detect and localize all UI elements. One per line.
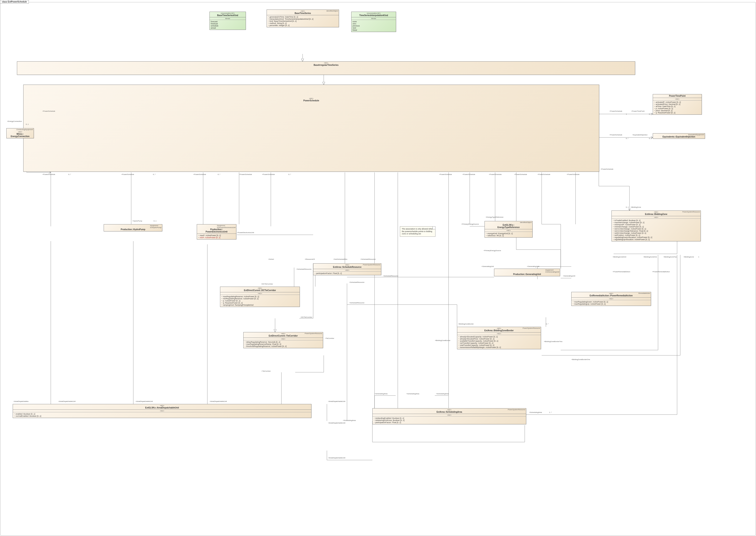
assoc-role: +PowerSchedule <box>42 110 55 112</box>
class-AreaDispatchableUnit[interactable]: «NC» ExtGLSKs::AreaDispatchableUnit «NC»… <box>13 404 311 418</box>
attribute: kind: BaseTimeSeriesKind [0..1] <box>268 20 338 22</box>
assoc-role: +PrimaryEnergySource <box>461 223 479 225</box>
attribute: thresholdRegulatingReserve: ActivePower … <box>245 345 322 347</box>
multiplicity: 0..* <box>289 174 291 175</box>
literal: actual <box>211 27 245 29</box>
attribute: netTransferCapacity: ActivePower [0..1] <box>458 342 540 344</box>
class-PowerTimePoint[interactable]: PowerTimePoint «NC» activatedP: ActivePo… <box>653 94 702 115</box>
assoc-role: +TieCorridor <box>261 370 271 372</box>
attribute: isMeteringGridArea: Boolean [0..1] <box>374 419 525 421</box>
attr-section: «NC» <box>373 414 526 417</box>
attribute: netDCInterchange: ActivePower [0..1] <box>613 232 700 234</box>
multiplicity: 0..* <box>649 113 651 115</box>
class-GeneratingUnit[interactable]: Equipment ExtGeneratingUnit Production::… <box>494 269 560 276</box>
class-name: BaseTimeSeries <box>268 12 338 15</box>
assoc-role: +GeneratingUnit <box>481 265 494 267</box>
assoc-role: +BiddingZoneBorderTwo <box>544 341 563 343</box>
assoc-role: +PowerSchedule <box>262 174 275 175</box>
attribute: maxRegulatingUp: ActivePower [0..1] <box>572 303 650 305</box>
assoc-role: +BiddingZoneTwo <box>663 256 677 258</box>
assoc-role: +AreaDispatchableUnit <box>328 400 345 402</box>
assoc-role: +ResourceOf <box>305 258 315 260</box>
class-name: PowerTimePoint <box>654 95 701 97</box>
attribute: percentile: Integer [0..1] <box>268 24 338 26</box>
class-name: BaseIrregularTimeSeries <box>18 64 634 66</box>
assoc-role: +HydroPump <box>132 220 142 222</box>
class-BiddingZone[interactable]: PowerSystemResource «NC» ExtArea::Biddin… <box>611 211 701 241</box>
assoc-role: +GeneratingUnit <box>527 265 539 267</box>
attribute: isIslandingEnabled: Boolean [0..1] <box>374 417 525 419</box>
corner-label: PowerSystemResource <box>362 264 381 266</box>
class-EnergyConnection[interactable]: ConductingEquipment «NC» Wires:: EnergyC… <box>6 128 34 138</box>
diagram-title-text: class ExtPowerSchedule <box>2 1 27 3</box>
class-BaseTimeSeriesKind[interactable]: «enumeration,NC» BaseTimeSeriesKind lite… <box>210 12 246 30</box>
assoc-role: +BiddingZoneGrid <box>612 256 626 258</box>
class-PowerElectronicsUnit[interactable]: Equipment ExtPowerElectronicsUnit Produc… <box>197 224 236 239</box>
assoc-role: +Sched <box>268 258 274 260</box>
multiplicity: 0..1 <box>649 138 652 139</box>
corner-label: Equipment ExtHydroPump <box>149 224 162 229</box>
literal: forecast <box>211 20 245 23</box>
corner-label: PowerSystemResource <box>507 409 526 411</box>
class-name: ExtArea::BiddingZoneBorder <box>458 329 540 332</box>
class-TieCorridor[interactable]: PowerSystemResource «NC» ExtDirectCurent… <box>243 332 323 348</box>
class-PowerRemedialAction[interactable]: RemedialAction «NC» ExtRemedialAction::P… <box>571 292 651 306</box>
attr-section: «NC» <box>244 338 323 340</box>
assoc-role: +BiddingZoneOne <box>643 256 657 258</box>
class-BaseIrregularTimeSeries[interactable]: «NC» BaseIrregularTimeSeries <box>17 61 635 75</box>
corner-label: RemedialAction <box>638 292 651 294</box>
multiplicity: 0..1 <box>154 220 156 222</box>
attr-section: «NC» <box>13 410 311 412</box>
class-PowerSchedule[interactable]: «NC» PowerSchedule <box>23 84 599 172</box>
attr-section: «NC» <box>313 269 381 272</box>
assoc-role: +BiddingZoneBorderOne <box>571 358 590 360</box>
class-EnergyTypeReference[interactable]: IdentifiedObject ExtGLSKs:: EnergyTypeRe… <box>485 221 533 238</box>
class-BaseTimeSeries[interactable]: IdentifiedObject «NC» BaseTimeSeries gen… <box>267 10 339 27</box>
class-SchedulingArea[interactable]: PowerSystemResource «NC» ExtArea::Schedu… <box>372 408 526 424</box>
attribute: maxRegulatingReserve: ActivePower [0..1] <box>221 295 298 298</box>
class-DCTieCorridor[interactable]: «NC» ExtDirectCurent::DCTieCorridor «NC»… <box>220 286 300 307</box>
assoc-role: +GeneratingUnit <box>563 275 575 277</box>
multiplicity: 1 <box>626 113 627 115</box>
corner-label: PowerSystemResource <box>304 332 323 335</box>
attribute: normalEnabled: Boolean [0..1] <box>14 415 310 417</box>
assoc-role: +ScheduleResource <box>360 258 376 260</box>
attribute: minInterchange: ActivePower [0..1] <box>613 226 700 228</box>
multiplicity: 1 <box>698 256 699 258</box>
assoc-role: +SchedulingArea <box>343 419 356 421</box>
class-TimeSeriesInterpolationKind[interactable]: «enumeration,NC» TimeSeriesInterpolation… <box>351 12 396 32</box>
attribute: alreadyAllocatedFlow: ActivePower [0..1] <box>458 338 540 340</box>
assoc-role: +PowerSchedule <box>439 174 452 175</box>
corner-label: Equipment ExtPowerElectronicsUnit <box>216 224 236 229</box>
attribute: transmissionReliabilityMargin: ActivePow… <box>458 346 540 349</box>
class-name: Wires:: EnergyConnection <box>7 133 33 138</box>
attribute: atTime: DateTime [0..1] <box>654 105 701 108</box>
class-HydroPump[interactable]: Equipment ExtHydroPump Production::Hydro… <box>104 224 162 231</box>
attr-section: «NC» <box>485 229 533 232</box>
class-EquivalentInjection[interactable]: EquivalentEquipment Equivalents::Equival… <box>653 133 705 139</box>
class-BiddingZoneBorder[interactable]: PowerSystemResource «NC» ExtArea::Biddin… <box>457 327 541 349</box>
note-text: The association is only allowed when the… <box>402 228 433 235</box>
assoc-role: +PrimaryEnergySource <box>483 250 501 251</box>
literal: schedule <box>211 25 245 27</box>
assoc-role: +PowerSchedule <box>514 174 527 175</box>
assoc-role: +SchedulingArea <box>406 393 419 395</box>
attribute: generatedAtTime: DateTime [0..1] <box>268 16 338 18</box>
assoc-role: +PowerSchedule <box>121 174 134 175</box>
stereotype: «NC» <box>7 131 33 133</box>
attribute: netPosition: ActivePower [0..1] <box>613 234 700 236</box>
attribute: energyKind: EnergyKind [0..1] <box>486 232 531 235</box>
stereotype: «NC» <box>14 405 310 407</box>
attribute: netACInterchange: ActivePower [0..1] <box>613 228 700 230</box>
stereotype: «NC» <box>221 287 299 289</box>
class-name: ExtDirectCurent::TieCorridor <box>244 335 322 337</box>
assoc-role: +ScheduleResource <box>296 268 311 270</box>
multiplicity: 0..* <box>218 174 220 175</box>
assoc-role: +BiddingZone <box>631 206 641 208</box>
literal: none <box>353 20 395 23</box>
attribute: interpolationKind: TimeSeriesInterpolati… <box>268 18 338 20</box>
class-ScheduleResource[interactable]: PowerSystemResource «NC» ExtArea::Schedu… <box>313 263 381 275</box>
assoc-role: +TieCorridor <box>325 337 334 339</box>
literals-header: literals <box>352 17 396 20</box>
class-name: ExtArea::SchedulingArea <box>373 411 525 413</box>
